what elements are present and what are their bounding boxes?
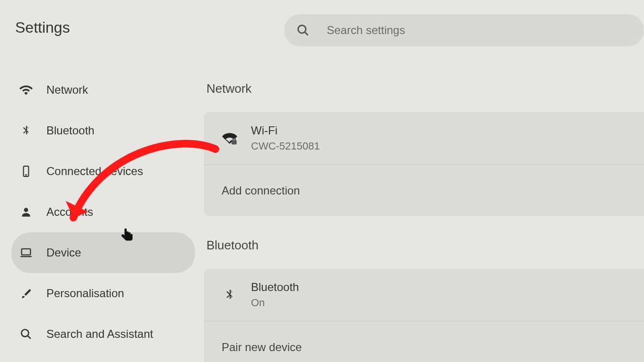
svg-line-8 [305,32,308,35]
sidebar-nav: Network Bluetooth Connected devices Acco… [15,70,204,362]
sidebar-item-security-privacy[interactable]: Security and privacy [15,354,204,362]
bluetooth-value: On [251,297,299,309]
search-input[interactable] [327,24,632,37]
sidebar-item-label: Bluetooth [46,124,94,137]
main-content: Network Wi-Fi CWC-5215081 Add connection [204,0,644,362]
phone-icon [19,164,33,178]
wifi-icon [19,83,33,97]
bluetooth-row[interactable]: Bluetooth On [204,269,644,321]
sidebar-item-label: Device [46,246,81,259]
sidebar-item-accounts[interactable]: Accounts [15,192,204,232]
sidebar-item-label: Network [46,83,88,97]
laptop-icon [19,246,33,260]
bluetooth-card: Bluetooth On Pair new device [204,269,644,362]
section-title-bluetooth: Bluetooth [206,238,644,253]
pair-device-label: Pair new device [222,341,302,354]
wifi-secure-icon [222,130,238,146]
network-section: Network Wi-Fi CWC-5215081 Add connection [204,81,644,216]
search-bar[interactable] [284,14,644,46]
brush-icon [19,286,33,300]
section-title-network: Network [206,81,644,96]
wifi-label: Wi-Fi [251,124,320,137]
add-connection-row[interactable]: Add connection [204,164,644,216]
sidebar-item-label: Connected devices [46,165,143,178]
svg-rect-3 [22,249,31,255]
sidebar-item-network[interactable]: Network [15,70,204,110]
svg-point-2 [24,208,28,212]
svg-rect-9 [232,140,237,144]
sidebar: Settings Network Bluetooth Connected dev… [0,0,204,362]
sidebar-item-label: Personalisation [46,287,124,300]
bluetooth-section: Bluetooth Bluetooth On Pair new device [204,238,644,362]
wifi-value: CWC-5215081 [251,140,320,152]
sidebar-item-label: Search and Assistant [46,327,153,341]
network-card: Wi-Fi CWC-5215081 Add connection [204,112,644,216]
svg-line-6 [27,336,31,339]
page-title: Settings [15,19,204,36]
svg-point-5 [21,329,28,336]
sidebar-item-device[interactable]: Device [11,232,195,273]
add-connection-label: Add connection [222,184,300,197]
bluetooth-icon [222,287,238,303]
sidebar-item-connected-devices[interactable]: Connected devices [15,151,204,192]
svg-point-7 [298,26,306,33]
pair-device-row[interactable]: Pair new device [204,321,644,362]
search-icon [296,24,310,37]
sidebar-item-label: Accounts [46,205,93,219]
sidebar-item-search-assistant[interactable]: Search and Assistant [15,314,204,354]
search-icon [19,327,33,341]
sidebar-item-bluetooth[interactable]: Bluetooth [15,110,204,151]
person-icon [19,205,33,219]
bluetooth-label: Bluetooth [251,281,299,294]
wifi-row[interactable]: Wi-Fi CWC-5215081 [204,112,644,164]
bluetooth-icon [19,124,33,138]
sidebar-item-personalisation[interactable]: Personalisation [15,273,204,314]
